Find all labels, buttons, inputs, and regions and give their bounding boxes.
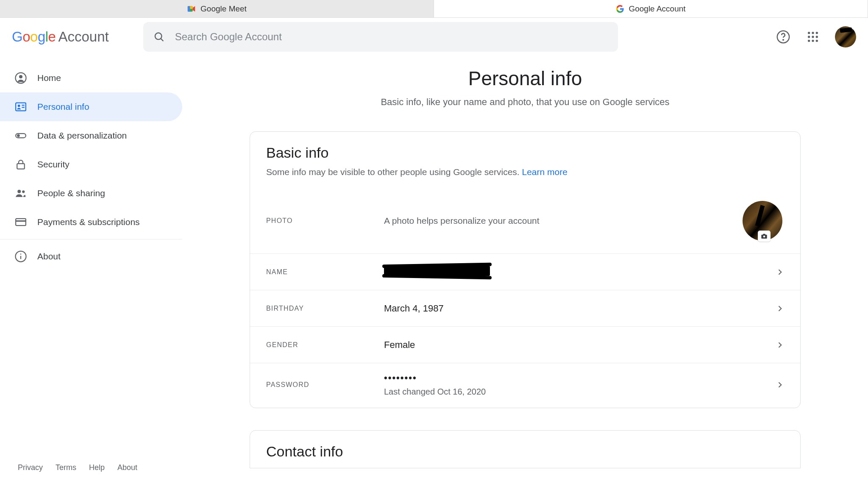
help-button[interactable] bbox=[776, 29, 791, 45]
sidebar-item-label: Data & personalization bbox=[37, 131, 127, 141]
person-circle-icon bbox=[14, 72, 27, 84]
app-header: Google Account bbox=[0, 18, 868, 56]
account-avatar[interactable] bbox=[835, 26, 856, 47]
sidebar-item-label: Home bbox=[37, 73, 61, 83]
sidebar-item-label: People & sharing bbox=[37, 188, 105, 198]
row-label: NAME bbox=[266, 268, 384, 276]
svg-point-26 bbox=[22, 190, 25, 193]
sidebar-item-people-sharing[interactable]: People & sharing bbox=[0, 179, 182, 208]
apps-grid-icon bbox=[807, 31, 819, 43]
sidebar-item-payments[interactable]: Payments & subscriptions bbox=[0, 208, 182, 236]
row-label: BIRTHDAY bbox=[266, 305, 384, 312]
header-actions bbox=[776, 26, 856, 47]
chevron-right-icon bbox=[776, 304, 784, 313]
birthday-row[interactable]: BIRTHDAY March 4, 1987 bbox=[250, 290, 800, 326]
contact-info-title: Contact info bbox=[266, 443, 784, 460]
info-icon bbox=[14, 250, 27, 263]
svg-rect-24 bbox=[17, 164, 25, 169]
redacted-name bbox=[384, 266, 490, 276]
camera-icon bbox=[758, 231, 771, 242]
row-label: GENDER bbox=[266, 341, 384, 349]
svg-point-12 bbox=[816, 36, 818, 38]
name-row[interactable]: NAME bbox=[250, 253, 800, 290]
sidebar-item-data-personalization[interactable]: Data & personalization bbox=[0, 121, 182, 150]
browser-tab-account[interactable]: Google Account bbox=[434, 0, 868, 17]
basic-info-subtitle-text: Some info may be visible to other people… bbox=[266, 167, 522, 177]
browser-tab-meet[interactable]: Google Meet bbox=[0, 0, 434, 17]
photo-row[interactable]: PHOTO A photo helps personalize your acc… bbox=[250, 188, 800, 253]
svg-point-25 bbox=[17, 190, 21, 193]
footer-help-link[interactable]: Help bbox=[89, 463, 105, 472]
svg-point-13 bbox=[808, 40, 810, 42]
contact-info-card: Contact info bbox=[250, 430, 801, 468]
row-value bbox=[384, 266, 776, 278]
main-content: Personal info Basic info, like your name… bbox=[182, 56, 868, 484]
row-value: A photo helps personalize your account bbox=[384, 216, 743, 226]
basic-info-subtitle: Some info may be visible to other people… bbox=[250, 161, 800, 177]
svg-point-6 bbox=[783, 39, 784, 40]
row-value: Female bbox=[384, 339, 776, 350]
gender-row[interactable]: GENDER Female bbox=[250, 326, 800, 363]
svg-point-17 bbox=[19, 75, 22, 78]
row-value: •••••••• Last changed Oct 16, 2020 bbox=[384, 373, 776, 397]
apps-button[interactable] bbox=[805, 29, 821, 45]
sidebar-item-label: About bbox=[37, 251, 61, 261]
sidebar-item-home[interactable]: Home bbox=[0, 64, 182, 92]
svg-point-32 bbox=[763, 236, 765, 238]
browser-tab-label: Google Meet bbox=[200, 4, 247, 14]
people-icon bbox=[14, 187, 27, 200]
svg-point-7 bbox=[808, 32, 810, 34]
meet-icon bbox=[187, 4, 196, 14]
basic-info-card: Basic info Some info may be visible to o… bbox=[250, 131, 801, 408]
footer-terms-link[interactable]: Terms bbox=[56, 463, 76, 472]
profile-photo-thumb[interactable] bbox=[743, 201, 782, 241]
svg-point-14 bbox=[812, 40, 814, 42]
footer-links: Privacy Terms Help About bbox=[0, 463, 182, 484]
sidebar-item-security[interactable]: Security bbox=[0, 150, 182, 179]
password-dots: •••••••• bbox=[384, 373, 417, 383]
chevron-right-icon bbox=[776, 381, 784, 389]
page-title: Personal info bbox=[182, 67, 868, 90]
svg-point-31 bbox=[20, 253, 22, 255]
svg-point-15 bbox=[816, 40, 818, 42]
sidebar-item-label: Payments & subscriptions bbox=[37, 217, 140, 227]
sidebar-divider bbox=[0, 239, 182, 239]
svg-point-3 bbox=[155, 33, 162, 40]
search-input[interactable] bbox=[175, 31, 608, 43]
password-last-changed: Last changed Oct 16, 2020 bbox=[384, 387, 776, 397]
svg-point-8 bbox=[812, 32, 814, 34]
card-icon bbox=[14, 216, 27, 228]
toggle-icon bbox=[14, 129, 27, 142]
lock-icon bbox=[14, 158, 27, 171]
browser-tab-label: Google Account bbox=[629, 4, 685, 14]
svg-rect-18 bbox=[16, 103, 26, 111]
search-icon bbox=[153, 31, 165, 43]
row-label: PHOTO bbox=[266, 217, 384, 225]
svg-point-19 bbox=[18, 105, 20, 107]
help-icon bbox=[776, 30, 790, 44]
page-subtitle: Basic info, like your name and photo, th… bbox=[182, 97, 868, 108]
footer-privacy-link[interactable]: Privacy bbox=[18, 463, 43, 472]
logo[interactable]: Google Account bbox=[12, 29, 143, 45]
google-g-icon bbox=[616, 5, 624, 13]
learn-more-link[interactable]: Learn more bbox=[522, 167, 568, 177]
sidebar-item-personal-info[interactable]: Personal info bbox=[0, 92, 182, 121]
sidebar-item-label: Security bbox=[37, 159, 70, 170]
svg-point-10 bbox=[808, 36, 810, 38]
row-label: PASSWORD bbox=[266, 381, 384, 389]
sidebar-item-label: Personal info bbox=[37, 102, 89, 112]
svg-point-23 bbox=[17, 134, 20, 137]
id-card-icon bbox=[14, 100, 27, 113]
password-row[interactable]: PASSWORD •••••••• Last changed Oct 16, 2… bbox=[250, 363, 800, 408]
chevron-right-icon bbox=[776, 268, 784, 276]
basic-info-title: Basic info bbox=[250, 145, 800, 161]
svg-point-11 bbox=[812, 36, 814, 38]
svg-rect-27 bbox=[16, 219, 26, 225]
sidebar-item-about[interactable]: About bbox=[0, 242, 182, 271]
search-box[interactable] bbox=[143, 22, 618, 52]
svg-rect-2 bbox=[188, 6, 190, 11]
footer-about-link[interactable]: About bbox=[117, 463, 137, 472]
logo-suffix: Account bbox=[58, 29, 108, 45]
svg-line-4 bbox=[161, 39, 164, 41]
google-wordmark: Google bbox=[12, 29, 56, 45]
